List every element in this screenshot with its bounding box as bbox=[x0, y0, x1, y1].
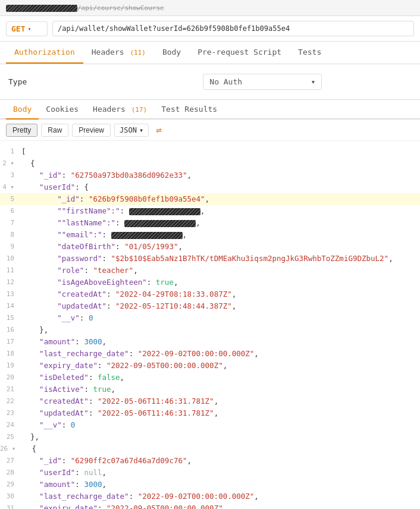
code-area: 1[2 ▾ {3 "_id": "62750a973bd0a386d0962e3… bbox=[0, 141, 420, 509]
auth-section: Type No Auth ▾ bbox=[0, 64, 420, 100]
request-tabs: Authorization Headers (11) Body Pre-requ… bbox=[0, 42, 420, 64]
line-number: 15 bbox=[0, 312, 21, 323]
response-tabs: Body Cookies Headers (17) Test Results bbox=[0, 100, 420, 120]
code-line: 29 "amount": 3000, bbox=[0, 479, 420, 491]
line-number: 24 bbox=[0, 419, 21, 431]
response-tab-cookies[interactable]: Cookies bbox=[39, 100, 86, 120]
auth-type-label: Type bbox=[8, 77, 27, 86]
code-line: 1[ bbox=[0, 146, 420, 158]
method-chevron-icon: ▾ bbox=[27, 26, 31, 32]
code-line: 23 "updatedAt": "2022-05-06T11:46:31.781… bbox=[0, 407, 420, 419]
tab-headers[interactable]: Headers (11) bbox=[83, 42, 154, 64]
line-number: 1 bbox=[0, 146, 21, 157]
tab-pre-request-script[interactable]: Pre-request Script bbox=[189, 42, 290, 64]
code-line: 15 "__v": 0 bbox=[0, 312, 420, 324]
line-content: ""lastName":": , bbox=[21, 217, 420, 229]
format-bar: Pretty Raw Preview JSON ▾ ⇌ bbox=[0, 120, 420, 141]
tab-body[interactable]: Body bbox=[154, 42, 189, 64]
code-line: 17 "amount": 3000, bbox=[0, 336, 420, 348]
line-number: 18 bbox=[0, 348, 21, 359]
code-line: 30 "last_recharge_date": "2022-09-02T00:… bbox=[0, 491, 420, 502]
preview-button[interactable]: Preview bbox=[72, 124, 111, 137]
line-content: "_id": "62750a973bd0a386d0962e33", bbox=[21, 169, 420, 181]
raw-button[interactable]: Raw bbox=[41, 124, 68, 137]
method-label: GET bbox=[11, 24, 25, 33]
line-number: 8 bbox=[0, 229, 21, 240]
line-content: { bbox=[23, 443, 421, 455]
pretty-button[interactable]: Pretty bbox=[6, 124, 37, 137]
tab-tests[interactable]: Tests bbox=[290, 42, 330, 64]
line-content: "createdAt": "2022-04-29T08:18:33.087Z", bbox=[21, 288, 420, 300]
line-content: { bbox=[21, 158, 420, 169]
code-line: 10 "password": "$2b$10$Eab5aNz1B7hTK/tDM… bbox=[0, 253, 420, 265]
code-line: 28 "userId": null, bbox=[0, 467, 420, 479]
line-content: "__v": 0 bbox=[21, 419, 420, 431]
auth-select-chevron-icon: ▾ bbox=[311, 77, 315, 86]
line-content: ""email":": , bbox=[21, 229, 420, 241]
line-number: 21 bbox=[0, 384, 21, 395]
url-input[interactable] bbox=[52, 21, 414, 36]
line-content: "_id": "626b9f5908b0fef1b09a55e4", bbox=[21, 193, 420, 205]
line-number: 17 bbox=[0, 336, 21, 347]
line-content: }, bbox=[21, 431, 420, 443]
wrap-icon[interactable]: ⇌ bbox=[152, 123, 165, 137]
line-number: 7 bbox=[0, 217, 21, 228]
code-line: 16 }, bbox=[0, 324, 420, 336]
line-number: 23 bbox=[0, 407, 21, 419]
code-line: 8 ""email":": , bbox=[0, 229, 420, 241]
line-content: "amount": 3000, bbox=[21, 336, 420, 348]
code-line: 27 "_id": "6290ff2c07a67d46a7d09c76", bbox=[0, 455, 420, 467]
json-format-select[interactable]: JSON ▾ bbox=[114, 124, 149, 137]
line-content: "last_recharge_date": "2022-09-02T00:00:… bbox=[21, 348, 420, 360]
json-format-label: JSON bbox=[120, 126, 137, 134]
auth-type-select[interactable]: No Auth ▾ bbox=[203, 74, 322, 90]
response-tab-test-results[interactable]: Test Results bbox=[154, 100, 224, 120]
response-tab-headers[interactable]: Headers (17) bbox=[86, 100, 154, 120]
line-content: "amount": 3000, bbox=[21, 479, 420, 491]
code-line: 5 "_id": "626b9f5908b0fef1b09a55e4", bbox=[0, 193, 420, 205]
line-number: 27 bbox=[0, 455, 21, 466]
line-content: "expiry_date": "2022-09-05T00:00:00.000Z… bbox=[21, 502, 420, 509]
line-content: "updatedAt": "2022-05-12T10:48:44.387Z", bbox=[21, 300, 420, 312]
json-format-chevron-icon: ▾ bbox=[139, 126, 143, 134]
line-number: 14 bbox=[0, 300, 21, 312]
line-content: "_id": "6290ff2c07a67d46a7d09c76", bbox=[21, 455, 420, 467]
line-number: 20 bbox=[0, 372, 21, 383]
line-content: "last_recharge_date": "2022-09-02T00:00:… bbox=[21, 491, 420, 502]
line-content: "dateOfBirth": "01/05/1993", bbox=[21, 241, 420, 253]
code-line: 4 ▾ "userId": { bbox=[0, 181, 420, 193]
line-number: 26 ▾ bbox=[0, 443, 23, 454]
response-tab-body[interactable]: Body bbox=[6, 100, 39, 120]
code-line: 9 "dateOfBirth": "01/05/1993", bbox=[0, 241, 420, 253]
line-content: "updatedAt": "2022-05-06T11:46:31.781Z", bbox=[21, 407, 420, 419]
code-line: 20 "isDeleted": false, bbox=[0, 372, 420, 384]
line-number: 2 ▾ bbox=[0, 158, 21, 169]
method-selector[interactable]: GET ▾ bbox=[6, 21, 48, 36]
line-number: 22 bbox=[0, 395, 21, 407]
code-line: 18 "last_recharge_date": "2022-09-02T00:… bbox=[0, 348, 420, 360]
code-line: 22 "createdAt": "2022-05-06T11:46:31.781… bbox=[0, 395, 420, 407]
line-number: 12 bbox=[0, 277, 21, 288]
code-line: 6 ""firstName":": , bbox=[0, 205, 420, 217]
line-content: "password": "$2b$10$Eab5aNz1B7hTK/tDMEaK… bbox=[21, 253, 420, 265]
line-number: 16 bbox=[0, 324, 21, 335]
code-line: 31 "expiry_date": "2022-09-05T00:00:00.0… bbox=[0, 502, 420, 509]
tab-authorization[interactable]: Authorization bbox=[6, 42, 83, 64]
code-line: 13 "createdAt": "2022-04-29T08:18:33.087… bbox=[0, 288, 420, 300]
line-number: 25 bbox=[0, 431, 21, 442]
code-line: 21 "isActive": true, bbox=[0, 384, 420, 395]
code-line: 3 "_id": "62750a973bd0a386d0962e33", bbox=[0, 169, 420, 181]
line-content: "createdAt": "2022-05-06T11:46:31.781Z", bbox=[21, 395, 420, 407]
code-line: 11 "role": "teacher", bbox=[0, 265, 420, 277]
line-content: [ bbox=[21, 146, 420, 158]
line-number: 9 bbox=[0, 241, 21, 252]
line-content: "userId": { bbox=[21, 181, 420, 193]
line-number: 30 bbox=[0, 491, 21, 502]
line-content: "userId": null, bbox=[21, 467, 420, 479]
code-line: 12 "isAgeAboveEighteen": true, bbox=[0, 277, 420, 288]
line-number: 29 bbox=[0, 479, 21, 490]
line-content: "expiry_date": "2022-09-05T00:00:00.000Z… bbox=[21, 360, 420, 372]
line-number: 10 bbox=[0, 253, 21, 264]
code-line: 7 ""lastName":": , bbox=[0, 217, 420, 229]
line-number: 11 bbox=[0, 265, 21, 276]
